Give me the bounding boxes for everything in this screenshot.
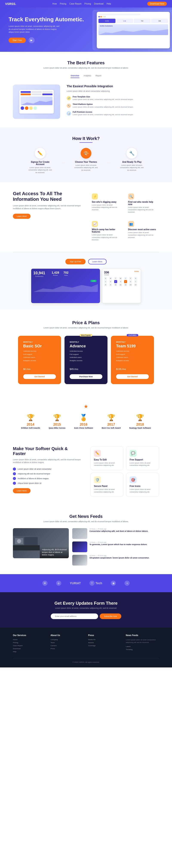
features-section: The Best Features Lorem ipsum dolor sit … <box>0 52 172 128</box>
mini-icon-2 <box>25 106 28 110</box>
pricing-cta-advance[interactable]: Purchase Now <box>70 374 102 379</box>
pricing-features-basic: Unlimited AccessFull supportUnlimited us… <box>23 350 56 362</box>
cal-day-1: S <box>104 277 107 280</box>
footer-link-coverage[interactable]: Coverage <box>88 645 121 647</box>
fli-title-1: Free Template Size <box>73 96 133 98</box>
pricing-cta-basic[interactable]: Get Started <box>23 374 56 379</box>
navbar: VSRSS. How Pricing Case Report Pricing D… <box>0 0 172 7</box>
mini-cell-2 <box>42 91 53 93</box>
cal-day-12: 5 <box>124 280 127 283</box>
footer-link-trending[interactable]: Trending <box>126 649 159 650</box>
demo-signup-button[interactable]: Sign Up Free <box>65 259 85 265</box>
footer-link-press[interactable]: Press <box>51 648 84 650</box>
news-overlay: Adipiscing elit, dit ilt eiusmod tempor … <box>40 547 69 558</box>
pricing-features-team: Unlimited AccessFull supportUnlimited us… <box>116 350 149 362</box>
nav-link-pricing2[interactable]: Pricing <box>85 3 91 5</box>
newsletter-email-input[interactable] <box>51 614 98 619</box>
pricing-card-advance: Most Popular MONTHLY Advance Unlimited A… <box>64 336 108 384</box>
footer-col-title-press: Press <box>88 634 121 637</box>
info-card-1: ⚡ See who's digging away Lorem ipsum dol… <box>89 191 123 216</box>
award-trophy-3: 🏅 <box>74 414 93 421</box>
news-text-1: 14 hours — 25 hours ago Consectetur adip… <box>89 528 148 533</box>
demo-val-2: 1,428 <box>52 271 59 274</box>
footer-link-download[interactable]: Download <box>13 648 46 650</box>
demo-val-3: 702 <box>63 271 68 274</box>
nav-cta-button[interactable]: Download Now <box>147 2 167 6</box>
hero-section: Track Everything Autometic. Lorem ipsum … <box>0 7 172 52</box>
demo-label-2: Active <box>52 274 59 276</box>
partner-logo-3: YURIAT <box>70 582 81 585</box>
award-year-4: 2017 <box>102 423 121 427</box>
hero-desc: Lorem ipsum dolor sit amet, consectetur … <box>9 25 60 34</box>
pricing-price-value-team: $199. <box>116 368 122 370</box>
footer-col-news: News Feeds Lorem ipsum dolor sit amet co… <box>126 634 159 654</box>
f2-check-text-2: Adipiscing elit sed do eiusmod tempor <box>18 473 50 475</box>
footer-link-home[interactable]: Home <box>13 639 46 641</box>
footer-link-company[interactable]: Company <box>51 639 84 641</box>
nav-link-help[interactable]: Help <box>107 3 111 5</box>
step-icon-3: 🔧 <box>126 148 137 159</box>
nav-link-pricing[interactable]: Pricing <box>60 3 66 5</box>
nav-link-report[interactable]: Case Report <box>69 3 81 5</box>
demo-metric-2: 1,428 Active <box>52 271 59 277</box>
news-thumb-1 <box>72 528 87 539</box>
demo-calendar: S M T W T F S 1 2 3 4 5 6 7 8 9 10 11 12… <box>104 277 139 286</box>
step-icon-2: 🎨 <box>81 148 91 159</box>
demo-metrics: 10,941 Customers 1,428 Active 702 New <box>33 271 98 277</box>
footer-link-help[interactable]: Help <box>13 651 46 653</box>
info-icon-1: ⚡ <box>92 193 98 199</box>
nav-logo: VSRSS. <box>5 2 16 6</box>
footer-link-latest[interactable]: Latest <box>126 646 159 647</box>
nav-link-download[interactable]: Download <box>94 3 104 5</box>
footer-link-team[interactable]: Team <box>51 642 84 644</box>
pricing-cta-team[interactable]: Get Started <box>116 374 149 379</box>
award-year-2: 2015 <box>49 423 65 427</box>
tab-analytics[interactable]: Analytics <box>84 74 91 78</box>
footer-link-careers[interactable]: Careers <box>51 645 84 647</box>
tab-report[interactable]: Report <box>96 74 102 78</box>
f2-left: Make Your Softver Quick & Faster Lorem i… <box>13 446 82 497</box>
f2c-icon-4: 🎯 <box>130 476 137 483</box>
demo-chart-line <box>33 283 98 292</box>
newsletter-submit-button[interactable]: Subscribe Now <box>100 614 121 619</box>
award-item-4: 🏆 2017 Best Css Soft Award <box>102 414 121 429</box>
news-card-2: 14 hours — 25 hours ago Te generata, Lor… <box>72 541 159 552</box>
hero-play-button[interactable]: ▶ <box>29 37 35 43</box>
demo-main-screen: 10,941 Customers 1,428 Active 702 New +1… <box>31 269 100 303</box>
info-cta-button[interactable]: Learn More <box>13 214 31 219</box>
pricing-badge-team: FEATURED <box>126 334 138 336</box>
mini-icons-row <box>21 106 53 110</box>
news-main-image: Adipiscing elit, dit ilt eiusmod tempor … <box>13 528 69 558</box>
integration-subtitle: Lorem ipsum dolor sit amet consectetur a… <box>67 90 159 92</box>
partners-section: M ◎ YURIAT T Tech ▦ ☆ <box>0 574 172 592</box>
newsletter-form: Subscribe Now <box>13 614 159 619</box>
award-year-3: 2016 <box>74 423 93 427</box>
footer-link-awards[interactable]: Awards <box>88 642 121 644</box>
f2-cta-button[interactable]: Learn More <box>13 488 31 493</box>
f2-check-1: ✓ Lorem ipsum dolor sit amet consectetur <box>13 468 82 470</box>
f2-card-3: 🛡️ Secure Panel Lorem ipsum dolor sit am… <box>90 473 123 497</box>
footer-link-case[interactable]: Case Report <box>13 645 46 647</box>
footer-grid: Our Services Home Pricing Case Report Do… <box>13 634 159 654</box>
news-thumb-3 <box>72 555 87 565</box>
tab-overview[interactable]: Overview <box>70 74 79 78</box>
footer-link-pricing[interactable]: Pricing <box>13 642 46 644</box>
footer-link-mediakit[interactable]: Media Kit <box>88 639 121 641</box>
features-subtitle: Lorem ipsum dolor sit amet, consectetur … <box>13 67 159 70</box>
mini-cell-1 <box>31 91 41 93</box>
awards-list: 🏆 2014 Dribben Soft Awards 🏆 2015 Qaxa M… <box>13 414 159 429</box>
f2-check-text-4: Aliqua lorem ipsum dolor sit <box>18 482 41 484</box>
hero-cta-button[interactable]: Start Free <box>9 38 26 43</box>
step-icon-1-glyph: ✏️ <box>37 151 43 156</box>
features-row: The Easiest Possible Integration Lorem i… <box>13 85 159 119</box>
step-icon-2-glyph: 🎨 <box>83 151 89 156</box>
cal-day-2: M <box>109 277 112 280</box>
award-name-3: Guts Clone Software <box>74 427 93 429</box>
pricing-price-value-advance: $49. <box>70 368 74 370</box>
pricing-period-basic: /mo <box>26 368 30 370</box>
news-thumb-2 <box>72 541 87 552</box>
nav-link-how[interactable]: How <box>53 3 57 5</box>
cal-day-7: S <box>134 277 137 280</box>
demo-learn-button[interactable]: Learn More <box>88 259 107 265</box>
news-main-caption: Adipiscing elit, dit ilt eiusmod tempor … <box>42 549 67 556</box>
